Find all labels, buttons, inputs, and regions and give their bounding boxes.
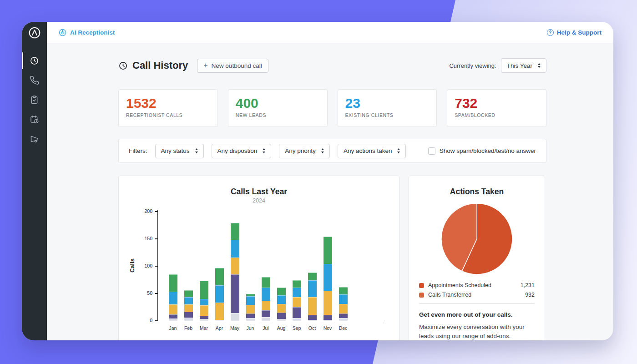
- pie-chart-title: Actions Taken: [409, 187, 545, 197]
- chevron-updown-icon: [538, 63, 541, 68]
- question-icon: ?: [547, 29, 554, 36]
- bar-column-jan: Jan: [165, 212, 181, 321]
- bar-segment-purple: [246, 313, 255, 318]
- calls-bar-chart-card: Calls Last Year 2024 Calls JanFebMarAprM…: [118, 176, 399, 340]
- stat-value: 1532: [126, 96, 210, 111]
- clipboard-check-icon: [30, 95, 39, 105]
- filter-priority-select[interactable]: Any priority: [279, 144, 330, 158]
- topbar: AI Receptionist ? Help & Support: [47, 22, 613, 43]
- x-tick-jul: Jul: [258, 325, 273, 331]
- sidebar-item-campaigns[interactable]: [22, 129, 47, 149]
- bar-column-may: May: [227, 212, 243, 321]
- page-header: Call History + New outbound call Current…: [118, 57, 546, 74]
- bar-segment-purple: [308, 315, 317, 320]
- stat-label: EXISTING CLIENTS: [345, 112, 430, 118]
- x-tick-aug: Aug: [273, 325, 289, 331]
- currently-viewing-label: Currently viewing:: [449, 62, 496, 69]
- divider: [419, 303, 535, 304]
- bar-segment-green: [293, 280, 301, 288]
- bar-segment-blue: [262, 288, 270, 301]
- bar-segment-green: [215, 268, 224, 285]
- x-tick-apr: Apr: [212, 325, 227, 331]
- bar-segment-blue: [308, 280, 317, 297]
- chevron-updown-icon: [397, 148, 400, 153]
- spam-filter-checkbox[interactable]: [428, 147, 435, 155]
- bar-segment-yellow: [246, 305, 255, 313]
- app-window: AI Receptionist ? Help & Support Call Hi…: [22, 22, 613, 340]
- bar-segment-gray: [169, 318, 177, 321]
- filter-disposition-select[interactable]: Any dispostion: [212, 144, 272, 158]
- x-tick-nov: Nov: [320, 325, 335, 331]
- x-tick-may: May: [227, 325, 243, 331]
- stat-label: RECEPTIONIST CALLS: [126, 112, 210, 118]
- actions-pie-chart: [441, 203, 513, 275]
- bar-segment-green: [339, 287, 348, 295]
- bar-segment-yellow: [184, 304, 193, 312]
- new-outbound-call-button[interactable]: + New outbound call: [197, 59, 268, 73]
- bar-chart-subtitle: 2024: [119, 197, 399, 204]
- stats-row: 1532 RECEPTIONIST CALLS 400 NEW LEADS 23…: [118, 89, 546, 127]
- bar-segment-yellow: [308, 297, 317, 314]
- filter-priority-value: Any priority: [285, 147, 316, 154]
- x-tick-jan: Jan: [165, 325, 181, 331]
- filter-status-value: Any status: [161, 147, 190, 154]
- legend-swatch: [419, 283, 424, 288]
- x-tick-mar: Mar: [196, 325, 212, 331]
- brand-link[interactable]: AI Receptionist: [59, 29, 115, 36]
- bar-segment-green: [262, 277, 270, 288]
- bar-segment-yellow: [277, 304, 286, 313]
- bar-column-jul: Jul: [258, 212, 273, 321]
- stat-card-existing-clients: 23 EXISTING CLIENTS: [338, 89, 437, 127]
- bar-segment-gray: [262, 317, 270, 321]
- bar-column-feb: Feb: [181, 212, 196, 321]
- bar-segment-purple: [339, 313, 348, 318]
- bar-segment-green: [231, 223, 239, 240]
- bar-segment-blue: [339, 294, 348, 303]
- sidebar-item-calls[interactable]: [22, 71, 47, 90]
- app-logo[interactable]: [28, 26, 41, 39]
- bar-segment-purple: [262, 310, 270, 317]
- bar-segment-gray: [215, 320, 224, 321]
- stat-label: SPAM/BLOCKED: [455, 112, 539, 118]
- help-support-link[interactable]: ? Help & Support: [547, 29, 602, 36]
- bar-segment-yellow: [339, 304, 348, 314]
- stat-card-spam-blocked: 732 SPAM/BLOCKED: [447, 89, 546, 127]
- legend-label: Appointments Scheduled: [428, 282, 491, 288]
- chevron-updown-icon: [321, 148, 324, 153]
- spam-filter-toggle[interactable]: Show spam/blocked/test/no answer: [428, 147, 536, 155]
- bar-segment-green: [200, 281, 208, 299]
- brand-label: AI Receptionist: [70, 29, 115, 36]
- bar-segment-gray: [277, 319, 286, 321]
- bar-column-jun: Jun: [243, 212, 258, 321]
- bar-column-oct: Oct: [304, 212, 320, 321]
- bar-segment-blue: [277, 295, 286, 304]
- bar-column-nov: Nov: [320, 212, 335, 321]
- bar-segment-purple: [293, 307, 301, 318]
- sidebar-item-schedule[interactable]: [22, 110, 47, 129]
- logo-icon: [28, 26, 41, 39]
- bar-column-mar: Mar: [196, 212, 212, 321]
- sidebar-item-tasks[interactable]: [22, 90, 47, 110]
- filters-bar: Filters: Any status Any dispostion Any p…: [118, 139, 546, 163]
- bar-column-sep: Sep: [289, 212, 304, 321]
- bar-segment-yellow: [169, 304, 177, 314]
- bar-segment-blue: [293, 288, 301, 298]
- x-tick-sep: Sep: [289, 325, 304, 331]
- filter-status-select[interactable]: Any status: [155, 144, 204, 158]
- sidebar-item-call-history[interactable]: [22, 51, 47, 71]
- chevron-updown-icon: [195, 148, 198, 153]
- filter-actions-select[interactable]: Any actions taken: [338, 144, 406, 158]
- clock-icon: [30, 56, 39, 66]
- bar-segment-gray: [231, 313, 239, 321]
- bar-segment-yellow: [262, 301, 270, 311]
- bar-segment-purple: [231, 274, 239, 313]
- legend-row-transferred: Calls Transferred 932: [419, 292, 535, 298]
- bar-segment-purple: [169, 314, 177, 319]
- bar-segment-blue: [184, 297, 193, 304]
- viewing-select[interactable]: This Year: [501, 58, 546, 73]
- main-area: Call History + New outbound call Current…: [47, 43, 613, 340]
- bar-segment-purple: [200, 316, 208, 319]
- stat-card-new-leads: 400 NEW LEADS: [228, 89, 328, 127]
- active-indicator: [22, 52, 23, 69]
- stat-card-receptionist-calls: 1532 RECEPTIONIST CALLS: [118, 89, 218, 127]
